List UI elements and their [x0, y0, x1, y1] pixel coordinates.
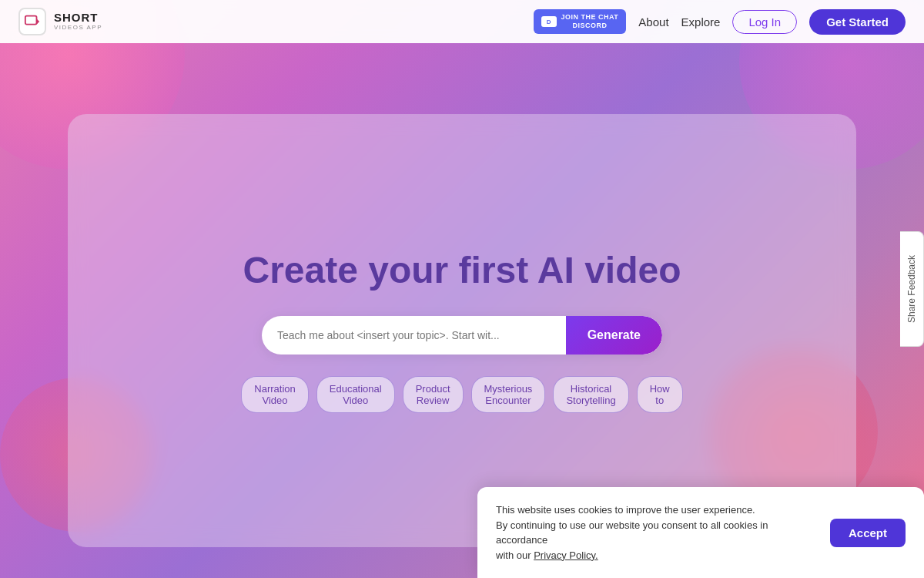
hero-title: Create your first AI video [243, 249, 681, 291]
logo-icon [18, 8, 46, 35]
chip-product-review[interactable]: ProductReview [403, 376, 464, 413]
feedback-tab[interactable]: Share Feedback [900, 231, 924, 347]
chip-historical-storytelling[interactable]: HistoricalStorytelling [553, 376, 628, 413]
input-row: Generate [262, 316, 662, 355]
chip-narration-video[interactable]: NarrationVideo [241, 376, 308, 413]
about-link[interactable]: About [638, 15, 668, 29]
chip-mysterious-encounter[interactable]: MysteriousEncounter [471, 376, 546, 413]
cookie-banner: This website uses cookies to improve the… [477, 487, 924, 578]
chip-how-to[interactable]: Howto [637, 376, 683, 413]
privacy-policy-link[interactable]: Privacy Policy. [534, 549, 598, 561]
svg-rect-0 [25, 16, 37, 25]
discord-icon: D [541, 16, 557, 27]
feedback-label: Share Feedback [906, 255, 917, 323]
accept-button[interactable]: Accept [830, 519, 906, 547]
logo-sub: VIDEOS APP [54, 25, 102, 32]
logo-group: SHORT VIDEOS APP [18, 8, 102, 35]
discord-label: JOIN THE CHATDISCORD [561, 13, 619, 30]
navbar: SHORT VIDEOS APP D JOIN THE CHATDISCORD … [0, 0, 924, 43]
get-started-button[interactable]: Get Started [809, 9, 906, 35]
feedback-tab-wrapper: Share Feedback [900, 231, 924, 347]
chips-row: NarrationVideo EducationalVideo ProductR… [241, 376, 682, 413]
main-card: Create your first AI video Generate Narr… [68, 114, 856, 547]
explore-link[interactable]: Explore [681, 15, 721, 29]
navbar-right: D JOIN THE CHATDISCORD About Explore Log… [534, 9, 906, 35]
topic-input[interactable] [262, 317, 566, 354]
generate-button[interactable]: Generate [566, 316, 662, 355]
logo-text: SHORT VIDEOS APP [54, 12, 102, 31]
login-button[interactable]: Log In [732, 10, 797, 34]
chip-educational-video[interactable]: EducationalVideo [316, 376, 395, 413]
discord-button[interactable]: D JOIN THE CHATDISCORD [534, 9, 627, 34]
cookie-text: This website uses cookies to improve the… [496, 502, 815, 563]
logo-short: SHORT [54, 12, 102, 25]
